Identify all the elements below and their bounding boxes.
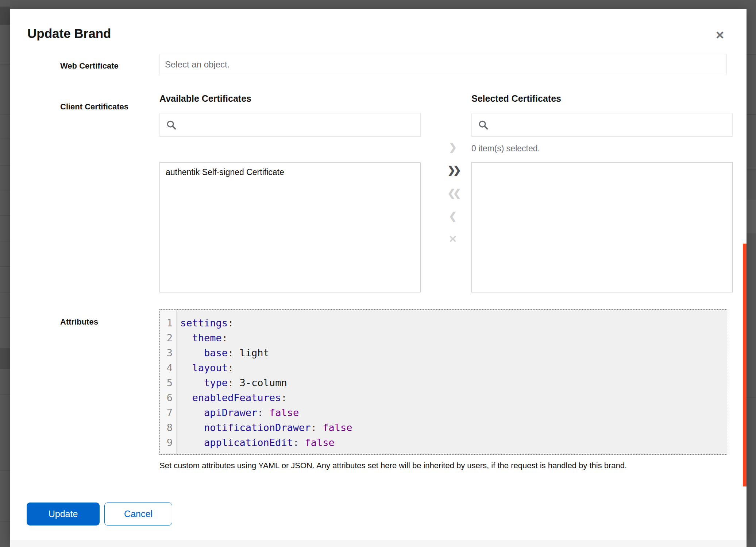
line-number: 2 (160, 330, 176, 345)
modal-title: Update Brand (27, 26, 111, 41)
overlay-right-line (747, 54, 756, 55)
available-search-input[interactable] (181, 113, 420, 136)
line-number: 1 (160, 315, 176, 330)
overlay-left-line (0, 266, 10, 267)
code-content[interactable]: settings: theme: base: light layout: typ… (177, 310, 727, 454)
overlay-left-selected-remnant (0, 348, 10, 369)
page-root: { "modal": { "title": "Update Brand", "f… (0, 0, 756, 547)
code-line: base: light (180, 345, 727, 360)
attributes-help-text: Set custom attributes using YAML or JSON… (159, 461, 627, 470)
attributes-code-editor[interactable]: 123456789 settings: theme: base: light l… (159, 309, 727, 455)
selected-search-box (471, 113, 733, 136)
overlay-left-line (0, 241, 10, 241)
search-icon (478, 119, 489, 130)
code-line-numbers: 123456789 (160, 310, 177, 454)
overlay-left-line (0, 64, 10, 65)
line-number: 3 (160, 345, 176, 360)
search-icon (166, 119, 177, 130)
overlay-right-line (747, 199, 756, 200)
code-line: layout: (180, 360, 727, 375)
code-line: theme: (180, 330, 727, 345)
notification-accent-bar (743, 244, 747, 486)
overlay-left-line (0, 470, 10, 471)
overlay-right-remnant (747, 199, 756, 233)
cancel-button[interactable]: Cancel (104, 503, 172, 525)
dual-list-controls: ❯❯❯❮❮❮✕ (433, 140, 473, 247)
line-number: 8 (160, 420, 176, 435)
double-chevron-right-icon[interactable]: ❯❯ (441, 163, 464, 178)
update-button[interactable]: Update (27, 503, 100, 525)
line-number: 7 (160, 405, 176, 420)
available-certificates-list[interactable]: authentik Self-signed Certificate (159, 162, 421, 292)
selected-certificates-heading: Selected Certificates (471, 93, 561, 104)
line-number: 9 (160, 435, 176, 450)
line-number: 6 (160, 390, 176, 405)
selected-search-input[interactable] (493, 113, 732, 136)
chevron-left-icon[interactable]: ❮ (441, 209, 464, 224)
overlay-left-line (0, 521, 10, 522)
overlay-right-line (747, 397, 756, 397)
code-line: settings: (180, 315, 727, 330)
update-brand-modal: Update Brand ✕ Web Certificate Client Ce… (10, 9, 747, 541)
selected-count-status: 0 item(s) selected. (471, 144, 540, 154)
double-chevron-left-icon[interactable]: ❮❮ (441, 186, 464, 201)
web-certificate-select[interactable] (159, 54, 727, 75)
overlay-right-line (747, 114, 756, 115)
overlay-left-line (0, 215, 10, 216)
overlay-left-header-remnant (0, 7, 10, 25)
overlay-left-line (0, 165, 10, 166)
cross-icon[interactable]: ✕ (441, 232, 464, 247)
code-line: applicationEdit: false (180, 435, 727, 450)
code-line: enabledFeatures: (180, 390, 727, 405)
selected-certificates-list[interactable] (471, 162, 733, 292)
code-line: notificationDrawer: false (180, 420, 727, 435)
code-line: apiDrawer: false (180, 405, 727, 420)
overlay-left-line (0, 190, 10, 190)
line-number: 4 (160, 360, 176, 375)
overlay-left-line (0, 114, 10, 115)
client-certificates-label: Client Certificates (60, 102, 128, 112)
line-number: 5 (160, 375, 176, 390)
available-search-box (159, 113, 421, 136)
overlay-left-line (0, 292, 10, 292)
modal-footer-strip (10, 540, 747, 547)
chevron-right-icon[interactable]: ❯ (441, 140, 464, 155)
code-line: type: 3-column (180, 375, 727, 390)
attributes-label: Attributes (60, 317, 98, 327)
certificate-item[interactable]: authentik Self-signed Certificate (160, 163, 420, 182)
available-certificates-heading: Available Certificates (159, 93, 251, 104)
overlay-left-line (0, 317, 10, 318)
overlay-right-line (747, 169, 756, 170)
overlay-left-line (0, 139, 10, 139)
web-certificate-label: Web Certificate (60, 61, 119, 71)
close-icon[interactable]: ✕ (711, 27, 728, 44)
overlay-left-line (0, 394, 10, 395)
